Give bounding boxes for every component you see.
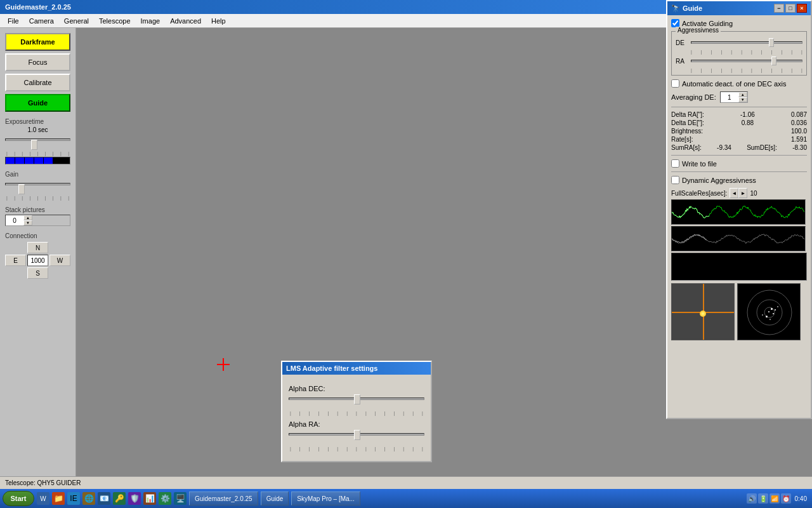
delta-de-row: Delta DE["]: 0.88 0.036 [671,119,807,126]
fullscale-control: ◄ ► [730,188,747,198]
alpha-ra-slider-wrapper [289,433,424,446]
darkframe-button[interactable]: Darkframe [5,33,70,51]
delta-ra-val1: -1.06 [740,111,755,118]
alpha-dec-slider-wrapper [289,398,424,410]
taskbar-app-skymap[interactable]: SkyMap Pro – [Ma... [291,491,360,505]
taskbar-icon-5[interactable]: 📧 [98,492,110,505]
menu-camera[interactable]: Camera [24,16,59,26]
conn-east[interactable]: E [5,255,26,266]
star-dot [700,311,706,317]
delta-ra-val2: 0.087 [791,111,807,118]
menu-file[interactable]: File [3,16,24,26]
black-chart-box [671,253,807,281]
star-preview-box [671,283,735,340]
delta-de-val2: 0.036 [791,119,807,126]
sum-de-label: SumDE[s]: [747,144,777,151]
menu-telescope[interactable]: Telescope [94,16,136,26]
fullscale-right-btn[interactable]: ► [738,188,747,198]
ra-chart [671,199,806,225]
stack-up[interactable]: ▲ [23,215,32,220]
guide-button[interactable]: Guide [5,94,70,112]
guide-maximize-btn[interactable]: □ [785,4,796,13]
averaging-spinner[interactable]: ▲ ▼ [720,91,748,103]
sidebar: Darkframe Focus Calibrate Guide Exposure… [0,28,76,489]
conn-value-input[interactable] [27,255,48,266]
taskbar-icon-10[interactable]: 🖥️ [174,492,187,505]
taskbar-icon-4[interactable]: 🌐 [82,492,95,505]
lms-content: Alpha DEC: ||||||||||||||| Alpha RA: |||… [282,375,431,461]
brightness-value: 100.0 [791,128,807,135]
exposure-slider-thumb[interactable] [31,140,37,150]
focus-button[interactable]: Focus [5,53,70,71]
conn-west[interactable]: W [49,255,70,266]
dynamic-agr-row: Dynamic Aggressivness [671,176,807,184]
taskbar-app-guidemaster[interactable]: Guidemaster_2.0.25 [189,491,258,505]
alpha-dec-thumb[interactable] [354,394,360,404]
preview-area [671,283,807,340]
stack-spinner[interactable]: ▲ ▼ [5,215,70,226]
averaging-up[interactable]: ▲ [738,92,747,97]
sum-row: SumRA[s]: -9.34 SumDE[s]: -8.30 [671,144,807,151]
menu-help[interactable]: Help [206,16,231,26]
tray-icon-4[interactable]: ⏰ [781,493,791,504]
clock: 0:40 [792,495,809,502]
lms-title-text: LMS Adaptive filter settings [286,364,377,372]
taskbar-icon-1[interactable]: W [37,492,49,505]
rate-value: 1.591 [791,136,807,143]
tray-icon-2[interactable]: 🔋 [758,493,768,504]
tray-icon-3[interactable]: 📶 [769,493,780,504]
tray-icon-1[interactable]: 🔊 [747,493,757,504]
divider-2 [671,155,807,156]
taskbar-app-guide[interactable]: Guide [261,491,289,505]
start-button[interactable]: Start [3,491,34,506]
menu-general[interactable]: General [59,16,94,26]
alpha-ra-thumb[interactable] [354,430,360,440]
gain-label: Gain [5,171,70,178]
sum-ra-value: -9.34 [717,144,731,151]
window-title: Guidemaster_2.0.25 [5,3,71,11]
gain-slider-thumb[interactable] [18,184,25,194]
stack-down[interactable]: ▼ [23,220,32,225]
stack-label: Stack pictures [5,206,70,213]
guide-minimize-btn[interactable]: − [774,4,784,13]
status-bar: Telescope: QHY5 GUIDER [0,476,812,489]
ra-slider-thumb[interactable] [771,57,776,65]
guide-panel-icon: 🔭 [671,4,680,13]
taskbar-icon-2[interactable]: 📁 [52,492,65,505]
taskbar-icon-3[interactable]: IE [67,492,80,505]
taskbar-app-2-label: Guide [266,495,284,502]
menu-image[interactable]: Image [136,16,166,26]
crosshair-vertical [223,358,224,371]
taskbar-app-3-label: SkyMap Pro – [Ma... [297,495,355,502]
conn-north[interactable]: N [27,242,48,253]
taskbar-tray: 🔊 🔋 📶 ⏰ 0:40 [747,493,809,504]
averaging-label: Averaging DE: [671,93,716,101]
connection-section: Connection N E W S [5,232,70,279]
auto-deact-checkbox[interactable] [671,79,679,88]
dynamic-agr-checkbox[interactable] [671,176,679,184]
taskbar-icon-9[interactable]: ⚙️ [159,492,171,505]
taskbar-icon-6[interactable]: 🔑 [113,492,126,505]
alpha-dec-row: Alpha DEC: ||||||||||||||| [289,385,424,415]
write-file-label: Write to file [682,160,717,168]
taskbar-icon-7[interactable]: 🛡️ [128,492,141,505]
taskbar-icon-8[interactable]: 📊 [143,492,156,505]
star-scatter-box [737,283,801,340]
menu-advanced[interactable]: Advanced [165,16,206,26]
fullscale-left-btn[interactable]: ◄ [730,188,738,198]
de-slider-thumb[interactable] [769,38,774,47]
guide-rings [738,284,801,341]
write-file-checkbox[interactable] [671,159,679,168]
de-label: DE [676,39,688,46]
exposure-section: Exposuretime 1.0 sec ||||||||| [5,118,70,164]
exposure-value: 1.0 sec [5,126,70,133]
exposure-progress [5,157,70,164]
averaging-input[interactable] [721,92,738,102]
de-ticks: |||||||||||| [691,50,802,54]
calibrate-button[interactable]: Calibrate [5,74,70,91]
conn-south[interactable]: S [27,267,48,279]
averaging-down[interactable]: ▼ [738,97,747,102]
guide-close-btn[interactable]: × [797,4,807,13]
alpha-dec-track [289,398,424,400]
stack-input[interactable] [6,215,23,225]
